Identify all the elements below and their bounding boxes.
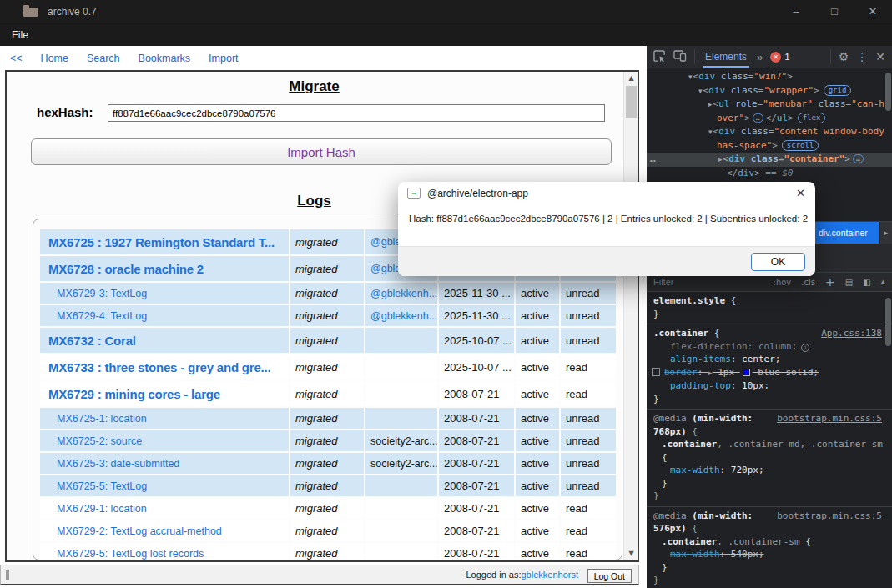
nav-link-home[interactable]: Home <box>41 53 68 64</box>
log-entry-link[interactable]: MX6725-3: date-submitted <box>40 453 289 474</box>
log-entry-link[interactable]: MX6729-4: TextLog <box>40 305 289 326</box>
breadcrumb-arrow-icon[interactable]: ▸ <box>880 222 892 244</box>
css-rule-section: .container {App.css:138flex-direction: c… <box>647 324 892 410</box>
log-cell-active: active <box>516 520 559 541</box>
hov-toggle[interactable]: :hov <box>774 278 792 287</box>
log-entry-link[interactable]: MX6725-5: TextLog <box>40 475 289 496</box>
log-out-button[interactable]: Log Out <box>587 569 632 583</box>
log-entry-link[interactable]: MX6725 : 1927 Remington Standard T... <box>40 229 289 254</box>
cls-toggle[interactable]: .cls <box>801 278 815 287</box>
scroll-up-icon[interactable]: ▲ <box>624 72 638 85</box>
migrate-heading: Migrate <box>7 78 622 95</box>
error-badge[interactable]: ✕1 <box>770 52 789 63</box>
log-entry-link[interactable]: MX6729-1: location <box>40 498 289 519</box>
css-property-checkbox[interactable] <box>652 368 660 376</box>
dialog-close-icon[interactable]: ✕ <box>796 187 805 199</box>
tab-elements[interactable]: Elements <box>703 46 749 68</box>
info-icon[interactable]: i <box>801 344 809 352</box>
close-button[interactable]: ✕ <box>854 0 892 23</box>
log-cell-active: active <box>516 283 559 304</box>
kebab-menu-icon[interactable]: ⋮ <box>856 51 868 63</box>
username-link[interactable]: gblekkenhorst <box>522 570 579 580</box>
toolbar-divider <box>830 49 831 64</box>
settings-gear-icon[interactable]: ⚙ <box>839 51 849 63</box>
styles-toolbar-icon[interactable]: ▤ <box>845 278 853 287</box>
dom-tree-node[interactable]: ▾<div class="content window-body <box>647 125 892 139</box>
css-line: } <box>647 574 892 587</box>
log-user-link[interactable]: @gblekkenh... <box>365 283 437 304</box>
syntax-token: div <box>718 126 735 137</box>
styles-scrollbar-thumb[interactable] <box>885 298 891 346</box>
import-hash-button[interactable]: Import Hash <box>31 138 612 165</box>
dom-tree-node[interactable]: over">…</ul>flex <box>647 112 892 126</box>
css-token: : <box>731 380 742 391</box>
maximize-button[interactable]: □ <box>815 0 854 23</box>
log-entry-link[interactable]: MX6725-2: source <box>40 430 289 451</box>
syntax-token: "win7" <box>753 71 787 82</box>
inspect-element-icon[interactable] <box>653 50 666 64</box>
devtools-scrollbar-thumb[interactable] <box>885 73 891 111</box>
css-token: 768px) <box>653 426 687 437</box>
log-user-link[interactable]: @gblekkenh... <box>365 305 437 326</box>
syntax-token[interactable]: ▸ <box>708 100 713 108</box>
stylesheet-link[interactable]: App.css:138 <box>821 327 882 340</box>
dom-tree-node[interactable]: ▾<div class="wrapper">grid <box>647 84 892 98</box>
nav-link-[interactable]: << <box>10 53 23 64</box>
styles-scroll-up-icon[interactable]: ▲ <box>881 279 885 285</box>
log-row: MX6725-5: TextLogmigrated2008-07-21activ… <box>40 475 615 496</box>
dom-tree-node[interactable]: ▾<div class="win7"> <box>647 70 892 84</box>
breadcrumb-selected[interactable]: div.container <box>814 222 879 244</box>
ok-button[interactable]: OK <box>751 253 805 271</box>
nav-link-import[interactable]: Import <box>209 53 238 64</box>
log-cell-active: active <box>516 498 559 519</box>
nav-link-search[interactable]: Search <box>87 53 120 64</box>
menu-file[interactable]: File <box>8 28 33 43</box>
nav-link-bookmarks[interactable]: Bookmarks <box>139 53 191 64</box>
devtools-close-icon[interactable]: ✕ <box>875 51 885 63</box>
css-line: max-width: 720px; <box>647 464 892 477</box>
log-entry-link[interactable]: MX6732 : Coral <box>40 328 289 353</box>
layout-badge[interactable]: flex <box>798 113 826 123</box>
log-cell-source <box>365 475 437 496</box>
menu-bar: File <box>0 23 892 46</box>
node-menu-dots-icon[interactable]: … <box>650 153 656 167</box>
new-style-rule-icon[interactable]: + <box>825 275 835 289</box>
scrollbar-thumb[interactable] <box>626 86 637 118</box>
device-toolbar-icon[interactable] <box>673 50 687 63</box>
styles-filter-input[interactable]: Filter <box>653 277 673 287</box>
color-swatch[interactable] <box>743 369 750 376</box>
log-cell-status: migrated <box>290 229 364 254</box>
syntax-token[interactable]: ▾ <box>698 87 703 95</box>
dom-tree-node[interactable]: has-space">scroll <box>647 139 892 153</box>
log-cell-date: 2008-07-21 <box>439 498 514 519</box>
hexhash-input[interactable] <box>108 104 605 122</box>
log-entry-link[interactable]: MX6728 : oracle machine 2 <box>40 256 289 281</box>
syntax-token[interactable]: ▾ <box>688 73 693 81</box>
hscrollbar-thumb[interactable] <box>6 570 9 580</box>
stylesheet-link[interactable]: bootstrap.min.css:5 <box>777 510 882 523</box>
log-cell-active: active <box>516 354 559 379</box>
log-entry-link[interactable]: MX6729-5: TextLog lost records <box>40 543 289 560</box>
scroll-down-icon[interactable]: ▼ <box>624 547 638 560</box>
minimize-button[interactable]: – <box>777 0 815 23</box>
css-rule-section: element.style {} <box>647 292 892 324</box>
more-tabs-icon[interactable]: » <box>757 51 763 63</box>
stylesheet-link[interactable]: bootstrap.min.css:5 <box>777 412 882 425</box>
dom-tree-node[interactable]: …▸<div class="container">… <box>647 153 892 167</box>
dom-tree-node[interactable]: </div> == $0 <box>647 167 892 181</box>
syntax-token[interactable]: ▸ <box>718 155 723 163</box>
vertical-scrollbar[interactable]: ▲ ▼ <box>623 72 638 560</box>
log-cell-date: 2025-11-30 ... <box>439 283 514 304</box>
expand-dots-icon[interactable]: … <box>753 113 763 123</box>
expand-dots-icon[interactable]: … <box>853 154 864 163</box>
log-entry-link[interactable]: MX6729 : mining cores - large <box>40 381 289 406</box>
syntax-token[interactable]: ▾ <box>708 128 713 136</box>
log-entry-link[interactable]: MX6729-2: TextLog accrual-method <box>40 520 289 541</box>
log-entry-link[interactable]: MX6733 : three stones - grey and gre... <box>40 354 289 379</box>
dom-tree-node[interactable]: ▸<ul role="menubar" class="can-h <box>647 98 892 112</box>
layout-badge[interactable]: grid <box>824 85 852 96</box>
log-entry-link[interactable]: MX6729-3: TextLog <box>40 283 289 304</box>
layout-badge[interactable]: scroll <box>782 140 819 151</box>
log-entry-link[interactable]: MX6725-1: location <box>40 408 289 429</box>
sidebar-toggle-icon[interactable]: ◧ <box>863 278 870 287</box>
